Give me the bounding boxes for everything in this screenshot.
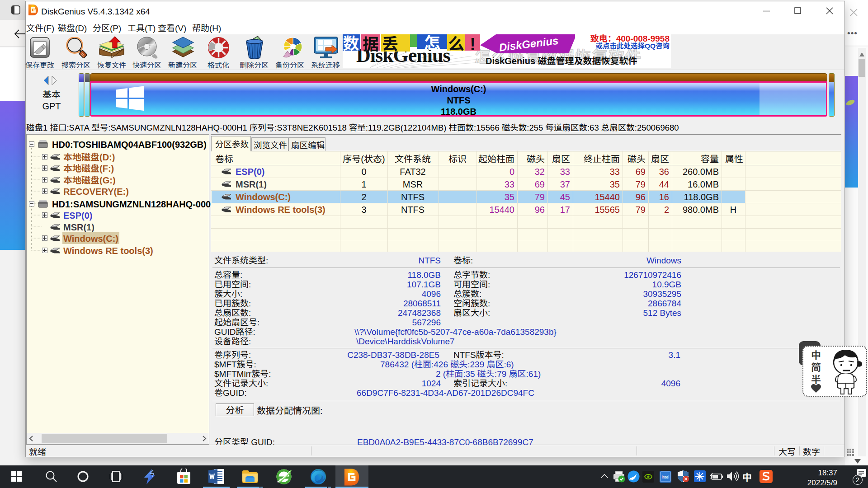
svg-text:intel: intel xyxy=(662,475,670,479)
